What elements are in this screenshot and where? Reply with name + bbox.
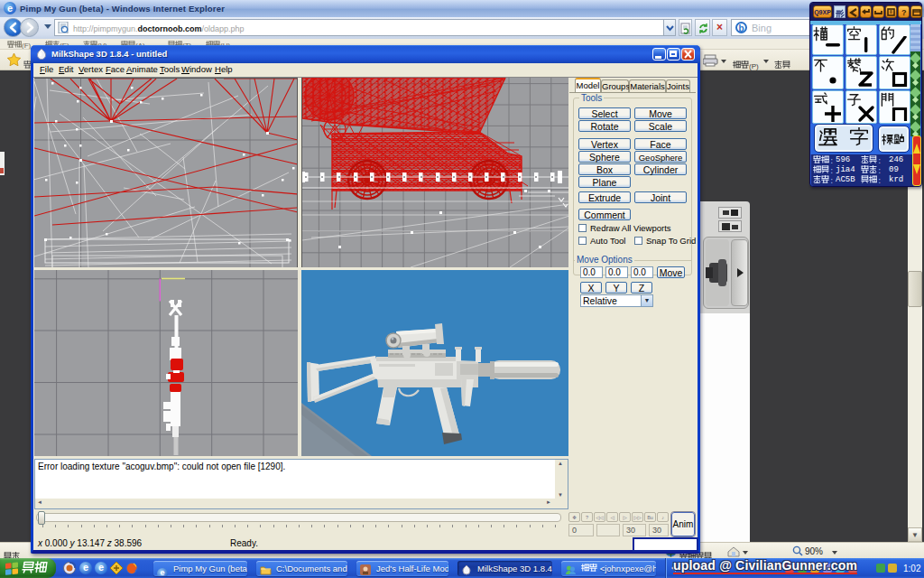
svg-text:?: ?: [901, 8, 907, 17]
